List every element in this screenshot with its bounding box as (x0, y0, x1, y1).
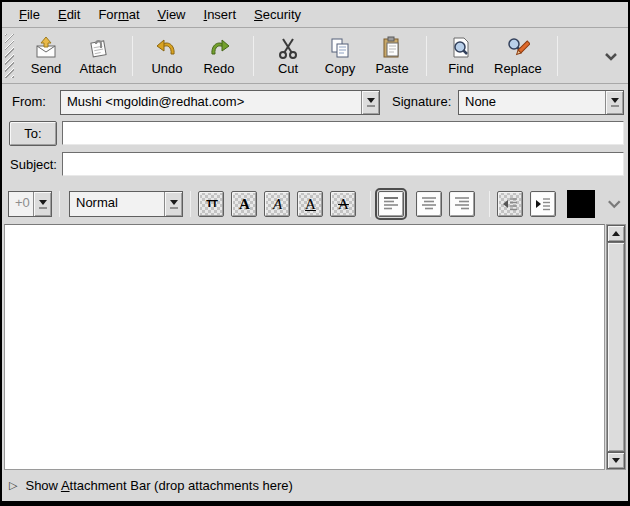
menu-insert[interactable]: Insert (195, 3, 246, 26)
redo-icon (207, 36, 231, 60)
menu-format[interactable]: Format (89, 3, 148, 26)
indent-icon (534, 195, 552, 213)
signature-value: None (459, 91, 605, 114)
subject-label: Subject: (10, 153, 57, 177)
signature-select[interactable]: None (458, 90, 624, 115)
align-right-button[interactable] (449, 191, 475, 217)
replace-button[interactable]: Replace (487, 32, 549, 80)
format-separator (489, 191, 490, 217)
from-select[interactable]: Mushi <mgoldin@redhat.com> (60, 90, 380, 115)
scrollbar-up-button[interactable] (607, 225, 625, 242)
toolbar-separator (132, 36, 133, 76)
subject-input[interactable] (62, 152, 624, 176)
paste-label: Paste (375, 61, 408, 76)
attach-icon (86, 36, 110, 60)
strikethrough-toggle-button[interactable]: A (330, 191, 356, 217)
menu-security[interactable]: Security (245, 3, 310, 26)
editor-scrollbar[interactable] (606, 224, 626, 470)
typewriter-icon: TT (206, 198, 217, 210)
send-icon (34, 36, 58, 60)
find-label: Find (448, 61, 473, 76)
replace-icon (506, 36, 530, 60)
align-left-icon (382, 195, 400, 213)
menu-file[interactable]: File (10, 3, 49, 26)
align-center-button[interactable] (416, 191, 442, 217)
menu-view[interactable]: View (149, 3, 195, 26)
attachment-bar-toggle[interactable]: ▷ Show Attachment Bar (drop attachments … (2, 472, 628, 498)
paragraph-style-select[interactable]: Normal (69, 191, 183, 217)
copy-label: Copy (325, 61, 355, 76)
font-size-select[interactable]: +0 (8, 191, 52, 217)
replace-label: Replace (494, 61, 542, 76)
italic-toggle-button[interactable]: A (264, 191, 290, 217)
undo-button[interactable]: Undo (141, 32, 193, 80)
toolbar-separator (426, 36, 427, 76)
undo-icon (155, 36, 179, 60)
indent-button[interactable] (530, 191, 556, 217)
signature-label: Signature: (392, 90, 451, 114)
to-button[interactable]: To: (9, 121, 57, 146)
from-label: From: (12, 90, 46, 114)
cut-label: Cut (278, 61, 298, 76)
redo-button[interactable]: Redo (193, 32, 245, 80)
font-size-dropdown-arrow-icon[interactable] (33, 192, 51, 216)
find-icon (449, 36, 473, 60)
scroll-down-arrow-icon (612, 458, 620, 463)
undo-label: Undo (151, 61, 182, 76)
menubar: File Edit Format View Insert Security (2, 2, 628, 28)
underline-toggle-button[interactable]: A (297, 191, 323, 217)
compose-mail-window: File Edit Format View Insert Security Se… (0, 0, 630, 506)
cut-icon (276, 36, 300, 60)
expander-triangle-icon[interactable]: ▷ (9, 480, 17, 491)
paste-button[interactable]: Paste (366, 32, 418, 80)
strikethrough-icon: A (338, 196, 349, 213)
toolbar-separator (253, 36, 254, 76)
unindent-button[interactable] (497, 191, 523, 217)
message-body-editor[interactable] (4, 224, 605, 470)
align-right-icon (453, 195, 471, 213)
format-separator (190, 191, 191, 217)
attach-button[interactable]: Attach (72, 32, 124, 80)
align-left-button[interactable] (378, 191, 404, 217)
format-toolbar: +0 Normal TT A A A A (2, 185, 628, 223)
editor-area (4, 224, 626, 470)
find-button[interactable]: Find (435, 32, 487, 80)
font-size-value: +0 (9, 192, 33, 216)
main-toolbar: Send Attach Undo (2, 29, 628, 84)
align-center-icon (420, 195, 438, 213)
toolbar-grip[interactable] (5, 34, 14, 78)
underline-icon: A (305, 196, 316, 213)
attach-label: Attach (80, 61, 117, 76)
scrollbar-down-button[interactable] (607, 452, 625, 469)
from-value: Mushi <mgoldin@redhat.com> (61, 91, 361, 114)
unindent-icon (501, 195, 519, 213)
redo-label: Redo (203, 61, 234, 76)
menu-edit[interactable]: Edit (49, 3, 89, 26)
typewriter-toggle-button[interactable]: TT (198, 191, 224, 217)
toolbar-overflow-chevron-icon[interactable] (604, 51, 618, 61)
send-label: Send (31, 61, 61, 76)
toolbar-separator (557, 36, 558, 76)
send-button[interactable]: Send (20, 32, 72, 80)
scrollbar-thumb[interactable] (607, 242, 625, 452)
bold-icon: A (239, 196, 250, 213)
signature-dropdown-arrow-icon[interactable] (605, 91, 623, 114)
copy-button[interactable]: Copy (314, 32, 366, 80)
scroll-up-arrow-icon (612, 231, 620, 236)
cut-button[interactable]: Cut (262, 32, 314, 80)
to-input[interactable] (62, 121, 624, 145)
format-overflow-chevron-icon[interactable] (607, 198, 622, 210)
paste-icon (380, 36, 404, 60)
copy-icon (328, 36, 352, 60)
attachment-bar-label: Show Attachment Bar (drop attachments he… (25, 478, 292, 493)
paragraph-style-value: Normal (70, 192, 164, 216)
paragraph-style-dropdown-arrow-icon[interactable] (164, 192, 182, 216)
italic-icon: A (273, 196, 282, 213)
bold-toggle-button[interactable]: A (231, 191, 257, 217)
text-color-swatch[interactable] (567, 190, 595, 218)
format-separator (370, 191, 371, 217)
to-label: To: (24, 126, 41, 141)
format-separator (59, 191, 60, 217)
from-dropdown-arrow-icon[interactable] (361, 91, 379, 114)
